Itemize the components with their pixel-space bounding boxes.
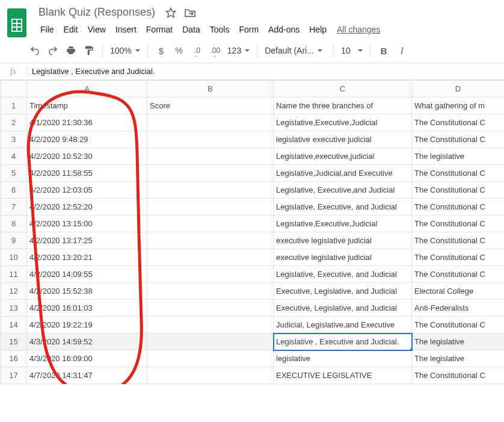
menu-tools[interactable]: Tools — [206, 22, 234, 37]
row-header[interactable]: 2 — [1, 114, 27, 131]
cell[interactable] — [147, 367, 274, 384]
zoom-dropdown[interactable]: 100% — [108, 46, 143, 55]
sheets-logo-icon[interactable] — [5, 7, 29, 39]
cell[interactable]: Anti-Federalists — [412, 300, 505, 317]
cell[interactable]: 4/2/2020 12:03:05 — [27, 182, 147, 199]
cell[interactable]: The Constitutional C — [412, 249, 505, 266]
row-header[interactable]: 10 — [1, 249, 27, 266]
increase-decimal-button[interactable]: .00→ — [207, 42, 224, 59]
row-header[interactable]: 12 — [1, 283, 27, 300]
all-changes-saved[interactable]: All changes — [337, 25, 380, 34]
cell[interactable]: The Constitutional C — [412, 131, 505, 148]
cell[interactable]: The Constitutional C — [412, 232, 505, 249]
cell[interactable]: 4/2/2020 13:20:21 — [27, 249, 147, 266]
cell[interactable]: 4/2/2020 19:22:19 — [27, 317, 147, 334]
cell[interactable] — [147, 283, 274, 300]
cell[interactable] — [147, 165, 274, 182]
row-header[interactable]: 14 — [1, 317, 27, 334]
cell[interactable]: 4/2/2020 9:48:29 — [27, 131, 147, 148]
cell[interactable]: Executive, Legislative, and Judicial — [274, 300, 412, 317]
cell[interactable]: Executive, Legislative, and Judicial — [274, 283, 412, 300]
cell[interactable]: 4/1/2020 21:30:36 — [27, 114, 147, 131]
cell[interactable] — [147, 114, 274, 131]
move-icon[interactable] — [184, 7, 196, 19]
cell[interactable] — [147, 232, 274, 249]
cell[interactable]: EXECUTIVE LEGISLATIVE — [274, 367, 412, 384]
cell[interactable]: Legislative,executive,judicial — [274, 148, 412, 165]
font-size-dropdown[interactable]: 10 — [339, 46, 365, 55]
cell[interactable]: 4/7/2020 14:31:47 — [27, 367, 147, 384]
row-header[interactable]: 16 — [1, 350, 27, 367]
cell[interactable]: What gathering of m — [412, 98, 505, 114]
print-icon[interactable] — [63, 42, 79, 59]
cell[interactable]: legislative executive judicial — [274, 131, 412, 148]
cell[interactable]: The Constitutional C — [412, 182, 505, 199]
row-header[interactable]: 5 — [1, 165, 27, 182]
row-header[interactable]: 7 — [1, 199, 27, 216]
cell[interactable]: 4/3/2020 14:59:52 — [27, 334, 147, 350]
row-header[interactable]: 3 — [1, 131, 27, 148]
cell[interactable] — [147, 199, 274, 216]
row-header[interactable]: 17 — [1, 367, 27, 384]
cell[interactable]: The legislative — [412, 334, 505, 350]
menu-insert[interactable]: Insert — [111, 22, 141, 37]
format-currency-button[interactable]: $ — [153, 42, 170, 59]
cell[interactable]: Judicial, Legislative,and Executive — [274, 317, 412, 334]
row-header[interactable]: 1 — [1, 98, 27, 114]
cell[interactable]: Legislative, Executive, and Judicial — [274, 266, 412, 283]
cell[interactable] — [147, 266, 274, 283]
row-header[interactable]: 4 — [1, 148, 27, 165]
undo-icon[interactable] — [26, 42, 43, 59]
cell[interactable]: Name the three branches of — [274, 98, 412, 114]
cell[interactable] — [147, 334, 274, 350]
decrease-decimal-button[interactable]: .0← — [189, 42, 206, 59]
cell[interactable]: Legislative, Executive,and Judicial — [274, 182, 412, 199]
cell[interactable] — [147, 182, 274, 199]
cell[interactable]: executive legislative judicial — [274, 232, 412, 249]
redo-icon[interactable] — [45, 42, 61, 59]
italic-button[interactable]: I — [393, 42, 410, 59]
cell[interactable]: 4/2/2020 11:58:55 — [27, 165, 147, 182]
cell[interactable]: 4/2/2020 10:52:30 — [27, 148, 147, 165]
column-header-d[interactable]: D — [412, 81, 505, 98]
cell[interactable]: The Constitutional C — [412, 114, 505, 131]
cell[interactable]: The Constitutional C — [412, 266, 505, 283]
formula-input[interactable]: Legislative , Executive and Judicial. — [27, 67, 504, 76]
cell[interactable]: The Constitutional C — [412, 317, 505, 334]
cell[interactable] — [147, 249, 274, 266]
selection-handle[interactable] — [410, 348, 412, 350]
row-header[interactable]: 15 — [1, 334, 27, 350]
column-header-a[interactable]: A — [27, 81, 147, 98]
cell[interactable]: 4/2/2020 13:15:00 — [27, 216, 147, 232]
cell[interactable]: The Constitutional C — [412, 199, 505, 216]
menu-file[interactable]: File — [36, 22, 58, 37]
cell[interactable]: The Constitutional C — [412, 165, 505, 182]
cell[interactable]: The Constitutional C — [412, 367, 505, 384]
cell[interactable]: executive legislative judicial — [274, 249, 412, 266]
menu-addons[interactable]: Add-ons — [264, 22, 304, 37]
star-icon[interactable] — [165, 7, 177, 19]
cell[interactable]: Timestamp — [27, 98, 147, 114]
cell[interactable]: 4/3/2020 16:09:00 — [27, 350, 147, 367]
cell[interactable]: Legislative, Executive, and Judicial — [274, 199, 412, 216]
cell[interactable] — [147, 300, 274, 317]
cell[interactable]: Legislative , Executive and Judicial. — [274, 334, 412, 350]
cell[interactable]: 4/2/2020 16:01:03 — [27, 300, 147, 317]
document-title[interactable]: Blank Quiz (Responses) — [36, 5, 158, 20]
bold-button[interactable]: B — [375, 42, 392, 59]
row-header[interactable]: 9 — [1, 232, 27, 249]
menu-help[interactable]: Help — [305, 22, 331, 37]
menu-form[interactable]: Form — [235, 22, 263, 37]
cell[interactable] — [147, 131, 274, 148]
cell[interactable] — [147, 350, 274, 367]
font-family-dropdown[interactable]: Default (Ari... — [262, 46, 328, 55]
number-format-dropdown[interactable]: 123 — [225, 46, 252, 55]
paint-format-icon[interactable] — [81, 42, 97, 59]
row-header[interactable]: 13 — [1, 300, 27, 317]
cell[interactable]: 4/2/2020 14:09:55 — [27, 266, 147, 283]
cell[interactable]: Legislative,Judicial,and Executive — [274, 165, 412, 182]
cell[interactable] — [147, 216, 274, 232]
spreadsheet-grid[interactable]: A B C D 1TimestampScoreName the three br… — [0, 80, 504, 384]
cell[interactable] — [147, 317, 274, 334]
cell[interactable]: The Constitutional C — [412, 216, 505, 232]
